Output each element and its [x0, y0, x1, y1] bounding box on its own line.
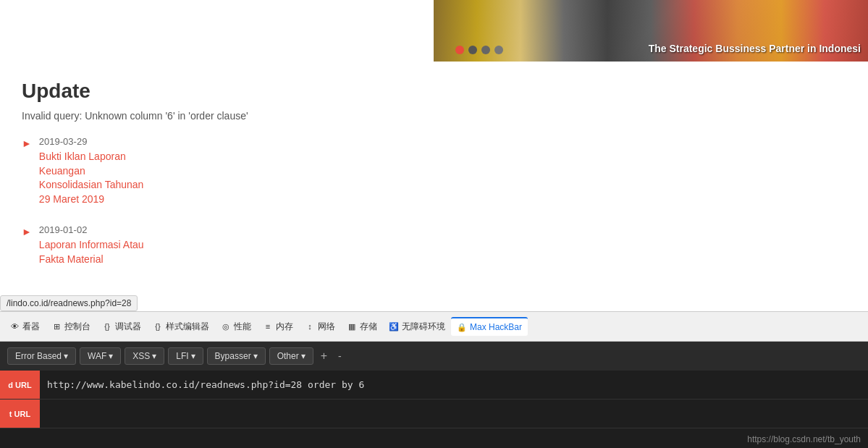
input-row-2: t URL: [0, 400, 868, 428]
error-message: Invalid query: Unknown column '6' in 'or…: [22, 110, 846, 122]
add-button[interactable]: +: [317, 350, 331, 363]
lfi-button[interactable]: LFI ▾: [168, 347, 203, 365]
bypasser-button[interactable]: Bypasser ▾: [207, 347, 266, 365]
update-content-2: 2019-01-02 Laporan Informasi Atau Fakta …: [39, 224, 144, 266]
target-url-button[interactable]: t URL: [0, 400, 40, 428]
banner-text: The Strategic Bussiness Partner in Indon…: [649, 43, 861, 54]
arrow-icon-1: ►: [22, 138, 32, 149]
load-url-button[interactable]: d URL: [0, 371, 40, 399]
xss-arrow: ▾: [152, 351, 156, 361]
input-area: d URL t URL https://blog.csdn.net/tb_you…: [0, 371, 868, 448]
devtools-accessibility[interactable]: ♿ 无障碍环境: [383, 317, 451, 337]
dot-2[interactable]: [468, 46, 477, 54]
update-item-1: ► 2019-03-29 Bukti Iklan Laporan Keuanga…: [22, 136, 846, 206]
page-title: Update: [22, 80, 846, 103]
error-based-button[interactable]: Error Based ▾: [7, 347, 76, 365]
banner-dots: [455, 46, 503, 54]
debugger-icon: {}: [102, 321, 112, 331]
error-based-arrow: ▾: [64, 351, 68, 361]
devtools-debugger[interactable]: {} 调试器: [96, 317, 147, 337]
url-input-1[interactable]: [40, 371, 868, 399]
input-row-1: d URL: [0, 371, 868, 400]
lfi-arrow: ▾: [191, 351, 195, 361]
devtools-performance[interactable]: ◎ 性能: [215, 317, 257, 337]
devtools-hackbar[interactable]: 🔒 Max HackBar: [451, 317, 528, 336]
banner-image: The Strategic Bussiness Partner in Indon…: [434, 0, 868, 62]
performance-icon: ◎: [221, 321, 231, 331]
style-editor-icon: {}: [153, 321, 163, 331]
hackbar-lock-icon: 🔒: [457, 322, 467, 332]
other-arrow: ▾: [301, 351, 306, 361]
devtools-network[interactable]: ↕ 网络: [299, 317, 341, 337]
console-icon: ⊞: [51, 321, 62, 331]
waf-button[interactable]: WAF ▾: [80, 347, 121, 365]
other-button[interactable]: Other ▾: [269, 347, 313, 365]
devtools-memory[interactable]: ≡ 内存: [257, 317, 299, 337]
network-icon: ↕: [305, 321, 315, 331]
url-input-2[interactable]: [40, 400, 868, 428]
update-content-1: 2019-03-29 Bukti Iklan Laporan Keuangan …: [39, 136, 144, 206]
hackbar-toolbar: Error Based ▾ WAF ▾ XSS ▾ LFI ▾ Bypasser…: [0, 342, 868, 371]
update-date-2: 2019-01-02: [39, 224, 144, 235]
xss-button[interactable]: XSS ▾: [125, 347, 164, 365]
remove-button[interactable]: -: [334, 350, 345, 362]
devtools-toolbar: 👁 看器 ⊞ 控制台 {} 调试器 {} 样式编辑器 ◎ 性能 ≡ 内存 ↕ 网…: [0, 311, 868, 342]
arrow-icon-2: ►: [22, 226, 32, 237]
devtools-inspector[interactable]: 👁 看器: [4, 317, 46, 337]
devtools-console[interactable]: ⊞ 控制台: [46, 317, 96, 337]
memory-icon: ≡: [263, 321, 273, 331]
accessibility-icon: ♿: [389, 321, 399, 331]
content-area: Update Invalid query: Unknown column '6'…: [0, 65, 868, 300]
update-date-1: 2019-03-29: [39, 136, 144, 147]
update-link-2[interactable]: Laporan Informasi Atau Fakta Material: [39, 238, 144, 266]
inspector-icon: 👁: [9, 321, 20, 331]
footer-link[interactable]: https://blog.csdn.net/tb_youth: [747, 434, 861, 444]
update-item-2: ► 2019-01-02 Laporan Informasi Atau Fakt…: [22, 224, 846, 266]
devtools-style-editor[interactable]: {} 样式编辑器: [147, 317, 215, 337]
update-section: ► 2019-03-29 Bukti Iklan Laporan Keuanga…: [22, 136, 846, 267]
storage-icon: ▦: [347, 321, 357, 331]
devtools-storage[interactable]: ▦ 存储: [341, 317, 383, 337]
dot-3[interactable]: [481, 46, 490, 54]
update-link-1[interactable]: Bukti Iklan Laporan Keuangan Konsolidasi…: [39, 150, 144, 206]
dot-4[interactable]: [494, 46, 503, 54]
bypasser-arrow: ▾: [253, 351, 258, 361]
dot-1[interactable]: [455, 46, 464, 54]
waf-arrow: ▾: [109, 351, 113, 361]
